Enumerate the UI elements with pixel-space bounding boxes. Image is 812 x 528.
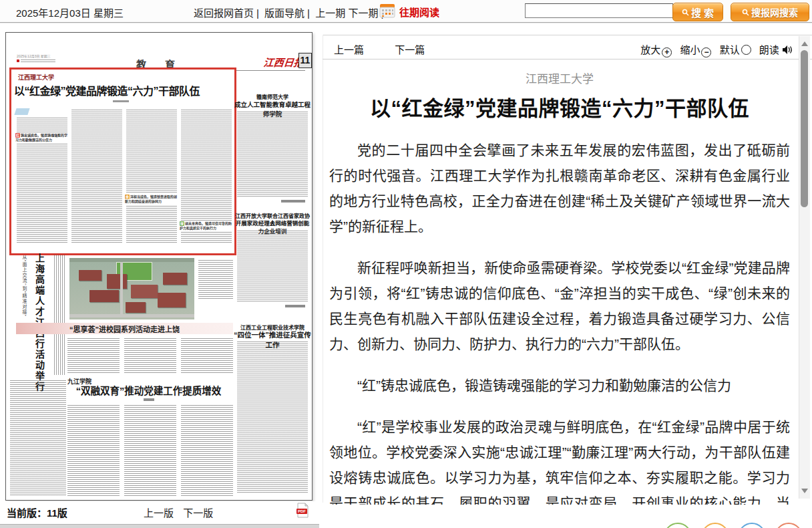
site-search-button-label: 搜报网搜索 bbox=[751, 5, 798, 19]
home-link[interactable]: 返回报网首页 bbox=[194, 7, 254, 19]
share-button-yellow[interactable] bbox=[701, 523, 729, 528]
paper-date: 2025年12月3日 星期三 bbox=[17, 54, 55, 63]
site-search-button[interactable]: 搜报网搜索 bbox=[731, 3, 809, 21]
newspaper-page-thumbnail[interactable]: 2025年12月3日 星期三 教 育 江西日报 11 江西理工大学 以“红金绿”… bbox=[5, 32, 313, 501]
top-bar: 2025年12月03日 星期三 返回报网首页| 版面导航| 上一期 下一期| 往… bbox=[0, 0, 812, 23]
share-button-red[interactable] bbox=[775, 523, 803, 528]
reader-toolbar-left: 上一篇 下一篇 bbox=[334, 42, 425, 56]
campus-series-headline-band[interactable]: “思享荟”进校园系列活动走进上饶 bbox=[16, 323, 233, 334]
article-source: 江西理工大学 bbox=[323, 70, 796, 86]
svg-text:PDF: PDF bbox=[298, 509, 306, 513]
default-size-button[interactable]: 默认 bbox=[720, 44, 753, 55]
highlighted-article-region[interactable]: 江西理工大学 以“红金绿”党建品牌锻造“六力”干部队伍 红铸忠诚底色，锻造铸魂强… bbox=[9, 68, 236, 255]
article-title: 以“红金绿”党建品牌锻造“六力”干部队伍 bbox=[323, 92, 796, 122]
speaker-icon bbox=[782, 45, 793, 55]
byline-placeholder bbox=[281, 200, 305, 203]
pdf-icon[interactable]: PDF bbox=[296, 503, 309, 521]
byline-placeholder bbox=[285, 305, 305, 307]
prev-page-link[interactable]: 上一版 bbox=[144, 507, 174, 519]
read-aloud-button[interactable]: 朗读 bbox=[759, 44, 793, 55]
next-page-link[interactable]: 下一版 bbox=[183, 507, 213, 519]
past-issues-link[interactable]: 往期阅读 bbox=[399, 5, 439, 19]
text-column bbox=[71, 110, 122, 243]
prev-article-link[interactable]: 上一篇 bbox=[334, 44, 364, 55]
text-column bbox=[126, 110, 177, 243]
search-button[interactable]: 搜 索 bbox=[672, 3, 723, 21]
mid-article-headline[interactable]: “双融双育”推动党建工作提质增效 bbox=[64, 383, 233, 397]
paragraph-subhead: “红”铸忠诚底色，锻造铸魂强能的学习力和勤勉廉洁的公信力 bbox=[329, 373, 790, 398]
article-reader: 江西理工大学 以“红金绿”党建品牌锻造“六力”干部队伍 党的二十届四中全会擘画了… bbox=[323, 61, 796, 505]
current-page-value: 11版 bbox=[47, 507, 67, 519]
reader-scrollbar[interactable] bbox=[799, 36, 810, 499]
green-chip-icon: 绿 bbox=[180, 221, 184, 226]
reader-toolbar-divider bbox=[323, 59, 812, 59]
zoom-out-icon: − bbox=[701, 47, 711, 57]
calendar-icon[interactable] bbox=[379, 3, 395, 18]
prev-issue-link[interactable]: 上一期 bbox=[315, 7, 345, 19]
bottom-strip bbox=[0, 524, 319, 528]
layout-nav-link[interactable]: 版面导航 bbox=[264, 7, 304, 19]
scroll-down-arrow-icon[interactable] bbox=[801, 489, 808, 493]
search-button-label: 搜 索 bbox=[691, 5, 714, 19]
reader-divider bbox=[323, 35, 812, 35]
text-column bbox=[10, 380, 66, 495]
next-issue-link[interactable]: 下一期 bbox=[348, 7, 378, 19]
text-column bbox=[124, 405, 176, 496]
byline-placeholder bbox=[144, 398, 154, 401]
text-column bbox=[237, 112, 308, 197]
article-kicker: 江西理工大学 bbox=[18, 73, 54, 82]
search-glyph-icon bbox=[742, 9, 749, 16]
article-headline: 以“红金绿”党建品牌锻造“六力”干部队伍 bbox=[14, 82, 229, 98]
current-date: 2025年12月03日 星期三 bbox=[16, 5, 124, 19]
text-column bbox=[124, 338, 176, 373]
text-column bbox=[237, 231, 308, 303]
text-column bbox=[54, 255, 65, 375]
top-nav: 返回报网首页| 版面导航| 上一期 下一期| bbox=[194, 5, 386, 19]
paragraph: 党的二十届四中全会擘画了未来五年发展的宏伟蓝图，发出了砥砺前行的时代强音。江西理… bbox=[329, 138, 790, 239]
mini-subhead-gold: 金淬担当成色，锻造锐意进取的创新力和团结奋进的协同力 bbox=[125, 194, 178, 205]
text-column bbox=[67, 338, 120, 373]
mini-subhead-red: 红铸忠诚底色，锻造铸魂强能的学习力和勤勉廉洁的公信力 bbox=[15, 132, 69, 143]
page-footer-bar: 当前版：11版 上一版 下一版 PDF bbox=[0, 501, 319, 524]
reader-toolbar-right: 放大+ 缩小− 默认 朗读 bbox=[640, 42, 793, 57]
separator: | bbox=[307, 7, 310, 19]
default-size-icon bbox=[741, 45, 751, 55]
scrollbar-thumb[interactable] bbox=[801, 50, 808, 207]
red-square-icon bbox=[17, 59, 19, 62]
vertical-article-kicker: 从“面上交流”到“精准对接” bbox=[21, 255, 27, 355]
next-article-link[interactable]: 下一篇 bbox=[395, 44, 425, 55]
page-number-badge: 11 bbox=[298, 53, 312, 68]
gold-chip-icon: 金 bbox=[125, 194, 130, 199]
article-body: 党的二十届四中全会擘画了未来五年发展的宏伟蓝图，发出了砥砺前行的时代强音。江西理… bbox=[323, 138, 796, 505]
zoom-in-button[interactable]: 放大+ bbox=[640, 44, 673, 55]
page: { "topbar": { "date": "2025年12月03日 星期三",… bbox=[0, 0, 812, 528]
paragraph: 新征程呼唤新担当，新使命亟需硬脊梁。学校党委以“红金绿”党建品牌为引领，将“红”… bbox=[329, 255, 790, 357]
red-chip-icon: 红 bbox=[15, 133, 20, 138]
campus-aerial-photo bbox=[69, 258, 194, 319]
paragraph: “红”是学校事业发展的政治灵魂与鲜明底色，在“红金绿”品牌中居于统领地位。学校党… bbox=[329, 414, 790, 505]
current-page-label: 当前版：11版 bbox=[7, 505, 67, 519]
mid-article-headline: “思享荟”进校园系列活动走进上饶 bbox=[69, 323, 180, 334]
separator: | bbox=[256, 7, 259, 19]
byline-placeholder bbox=[113, 100, 129, 102]
text-column bbox=[67, 405, 120, 496]
quote-decoration bbox=[14, 108, 29, 115]
zoom-in-icon: + bbox=[662, 47, 672, 57]
share-button-green[interactable] bbox=[664, 523, 692, 528]
text-column bbox=[237, 342, 308, 494]
zoom-out-button[interactable]: 缩小− bbox=[680, 44, 713, 55]
search-input[interactable] bbox=[525, 3, 673, 18]
scroll-up-arrow-icon[interactable] bbox=[801, 41, 808, 46]
photo-caption bbox=[198, 260, 233, 299]
mini-subhead-green: 绿创未来亮色，锻造可信可靠的防护力和真抓实干的执行力 bbox=[180, 221, 233, 231]
search-glyph-icon bbox=[682, 9, 689, 16]
share-button-blue[interactable] bbox=[738, 523, 766, 528]
text-column bbox=[181, 405, 233, 496]
text-column bbox=[181, 338, 233, 373]
